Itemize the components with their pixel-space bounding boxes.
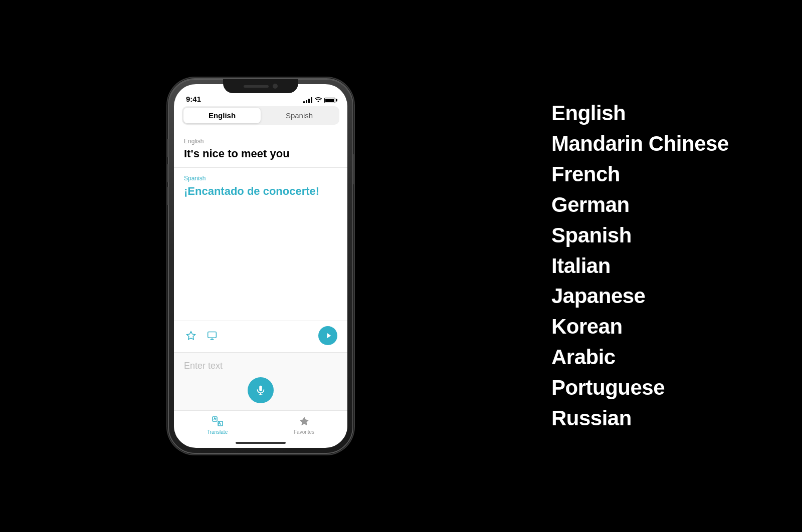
svg-marker-0 [187,332,195,340]
list-item: Arabic [551,342,729,373]
nav-favorites-label: Favorites [294,429,314,435]
action-row [174,321,347,352]
list-item: Spanish [551,220,729,251]
battery-icon [324,98,335,103]
input-area: Enter text [174,352,347,410]
list-item: Italian [551,251,729,282]
list-item: German [551,190,729,220]
favorites-icon [298,415,311,428]
play-button[interactable] [318,326,337,345]
source-text: It's nice to meet you [184,147,337,161]
signal-icon [303,97,312,103]
list-item: English [551,98,729,129]
list-item: Korean [551,312,729,342]
source-section: English It's nice to meet you [174,131,347,168]
notch-speaker [244,85,269,88]
nav-translate-label: Translate [207,429,228,435]
card-icon[interactable] [205,329,219,343]
microphone-button[interactable] [248,377,274,403]
notch-camera [273,84,278,89]
wifi-icon [315,97,322,103]
tab-spanish[interactable]: Spanish [261,108,338,123]
nav-favorites[interactable]: Favorites [294,415,314,435]
svg-rect-1 [208,332,217,338]
target-lang-label: Spanish [184,175,337,182]
language-list-section: English Mandarin Chinese French German S… [521,98,802,434]
home-bar [236,442,286,444]
phone-device: 9:41 [168,78,353,454]
list-item: Mandarin Chinese [551,129,729,159]
target-text: ¡Encantado de conocerte! [184,184,337,199]
phone-section: 9:41 [0,78,521,454]
battery-fill [325,99,334,102]
bottom-navigation: Translate Favorites [174,410,347,438]
language-list: English Mandarin Chinese French German S… [551,98,729,434]
list-item: Portuguese [551,373,729,403]
target-section: Spanish ¡Encantado de conocerte! [174,168,347,321]
list-item: Japanese [551,281,729,312]
svg-marker-10 [299,417,308,425]
phone-notch [223,79,298,93]
nav-translate[interactable]: Translate [207,415,228,435]
home-indicator [174,438,347,448]
list-item: French [551,159,729,190]
text-input-placeholder[interactable]: Enter text [184,361,223,371]
phone-shell: 9:41 [168,78,353,454]
list-item: Russian [551,403,729,434]
svg-marker-4 [327,333,331,339]
svg-rect-5 [259,386,262,391]
phone-screen: 9:41 [174,84,347,448]
star-icon[interactable] [184,329,198,343]
translation-area: English It's nice to meet you Spanish ¡E… [174,131,347,352]
source-lang-label: English [184,138,337,145]
translate-icon [211,415,224,428]
status-time: 9:41 [186,95,201,103]
status-icons [303,97,335,103]
tab-english[interactable]: English [183,108,261,123]
language-tabs: English Spanish [182,106,339,125]
